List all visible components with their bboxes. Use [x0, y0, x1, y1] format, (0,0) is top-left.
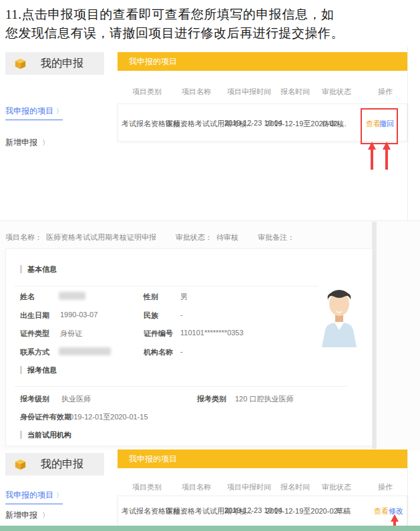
field-label-id-type: 证件类型 — [20, 329, 49, 339]
applicant-avatar — [318, 286, 361, 347]
field-value-id-valid: 2019-12-01至2020-01-15 — [65, 412, 148, 422]
panel-title: 我申报的项目 — [118, 52, 407, 71]
scrollbar-track[interactable] — [372, 222, 377, 449]
sidebar-item-new-declaration[interactable]: 新增申报 〉 — [5, 137, 49, 148]
chevron-right-icon: 〉 — [56, 492, 63, 499]
project-name-label: 项目名称： — [5, 233, 42, 241]
status-badge: 待审核 — [322, 119, 344, 129]
col-header-name: 项目名称 — [182, 87, 211, 97]
instruction-line-1: 11.点击申报项目的查看即可查看您所填写的申报信息，如 — [5, 5, 414, 24]
field-label-level: 报考级别 — [20, 394, 49, 404]
col-header-signup-time: 报名时间 — [280, 87, 310, 97]
panel-title: 我申报的项目 — [118, 450, 407, 468]
col-header-signup-time: 报名时间 — [280, 482, 310, 492]
approval-remark-label: 审批备注： — [258, 233, 294, 241]
app-cube-icon — [15, 459, 26, 470]
col-header-category: 项目类别 — [132, 87, 162, 97]
sidebar-item-label: 我申报的项目 — [5, 106, 53, 116]
panel-right-border — [407, 450, 408, 526]
field-value-id-type: 身份证 — [60, 329, 82, 339]
cell-signup-time: 2019-12-19至2020-02-... — [266, 506, 346, 516]
chevron-right-icon: 〉 — [56, 108, 63, 115]
sidebar-item-label: 新增申报 — [5, 510, 37, 520]
project-name-value: 医师资格考试试用期考核证明申报 — [46, 233, 156, 241]
sidebar-item-label: 新增申报 — [5, 138, 37, 147]
col-header-status: 审批状态 — [322, 87, 351, 97]
field-label-org: 机构名称 — [144, 347, 173, 357]
approval-status-value: 待审核 — [216, 233, 238, 241]
panel-right-border — [407, 47, 408, 220]
field-value-birth: 1990-03-07 — [60, 311, 97, 319]
sidebar-item-new-declaration[interactable]: 新增申报 〉 — [5, 510, 49, 521]
field-value-category: 120 口腔执业医师 — [235, 394, 293, 404]
col-header-declare-time: 项目申报时间 — [227, 87, 271, 97]
divider — [15, 386, 347, 387]
divider — [15, 286, 347, 287]
col-header-actions: 操作 — [378, 482, 393, 492]
redacted-name-value — [59, 292, 85, 300]
field-value-org: - — [180, 347, 183, 355]
tutorial-page: 11.点击申报项目的查看即可查看您所填写的申报信息，如 您发现信息有误，请撤回项… — [0, 0, 420, 531]
col-header-status: 审批状态 — [322, 482, 351, 492]
sidebar-item-my-projects[interactable]: 我申报的项目〉 — [5, 490, 63, 504]
app-cube-icon — [15, 58, 26, 69]
col-header-actions: 操作 — [378, 87, 393, 97]
chevron-right-icon: 〉 — [42, 139, 49, 146]
instruction-text: 11.点击申报项目的查看即可查看您所填写的申报信息，如 您发现信息有误，请撤回项… — [5, 5, 414, 43]
sidebar-item-my-projects[interactable]: 我申报的项目〉 — [5, 106, 63, 120]
col-header-category: 项目类别 — [132, 482, 162, 492]
sidebar-header: 我的申报 — [5, 453, 104, 476]
status-badge: 草稿 — [336, 506, 351, 516]
field-value-gender: 男 — [180, 292, 188, 302]
field-value-level: 执业医师 — [61, 394, 91, 404]
section-title-exam-info: 报考信息 — [20, 366, 57, 374]
instruction-line-2: 您发现信息有误，请撤回项目进行修改后再进行提交操作。 — [5, 24, 414, 43]
field-label-name: 姓名 — [20, 292, 35, 302]
section-title-current-org: 当前试用机构 — [20, 431, 71, 439]
section-title-basic-info: 基本信息 — [20, 265, 57, 273]
field-label-contact: 联系方式 — [20, 347, 49, 357]
approval-status-label: 审批状态： — [176, 233, 212, 241]
field-label-category: 报考类别 — [197, 394, 226, 404]
field-label-birth: 出生日期 — [20, 311, 49, 321]
chevron-right-icon: 〉 — [42, 512, 49, 519]
sidebar-title: 我的申报 — [41, 458, 83, 472]
annotation-arrow-up-icons — [363, 142, 395, 170]
field-label-id-valid: 身份证件有效期 — [20, 412, 71, 422]
field-label-ethnic: 民族 — [144, 311, 158, 321]
sidebar-header: 我的申报 — [5, 52, 104, 75]
col-header-name: 项目名称 — [182, 482, 211, 492]
sidebar-item-label: 我申报的项目 — [5, 490, 53, 500]
detail-meta-line: 项目名称：医师资格考试试用期考核证明申报 审批状态：待审核 审批备注： — [5, 232, 298, 242]
field-label-id-no: 证件编号 — [144, 329, 173, 339]
field-value-ethnic: - — [180, 311, 183, 319]
sidebar-title: 我的申报 — [41, 57, 83, 71]
field-label-gender: 性别 — [144, 292, 158, 302]
footer-bar — [0, 526, 420, 531]
col-header-declare-time: 项目申报时间 — [227, 482, 271, 492]
field-value-id-no: 110101********0353 — [180, 329, 244, 337]
annotation-highlight-box — [361, 108, 398, 144]
redacted-contact-value — [59, 347, 111, 355]
